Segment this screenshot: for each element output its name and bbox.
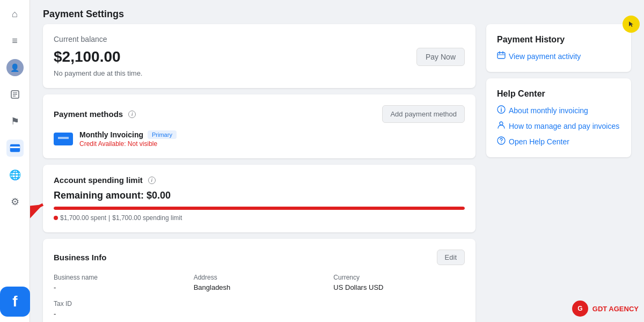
svg-rect-9 [497, 53, 505, 58]
help-center-title: Help Center [497, 89, 620, 99]
open-help-center-link[interactable]: Open Help Center [497, 136, 620, 147]
facebook-logo: f [0, 287, 30, 317]
progress-bar [54, 207, 465, 210]
balance-amount: $2,100.00 [54, 48, 121, 65]
primary-badge: Primary [148, 130, 177, 139]
method-name: Monthly Invoicing [79, 130, 143, 139]
pay-now-button[interactable]: Pay Now [416, 48, 465, 66]
currency-value: US Dollars USD [333, 283, 465, 291]
main-content: Payment Settings Current balance $2,100.… [30, 0, 644, 322]
svg-point-16 [500, 122, 503, 125]
currency-label: Currency [333, 274, 465, 281]
home-icon[interactable]: ⌂ [6, 5, 24, 23]
question-icon [497, 136, 506, 147]
about-monthly-invoicing-link[interactable]: About monthly invoicing [497, 105, 620, 115]
current-balance-card: Current balance $2,100.00 Pay Now No pay… [43, 24, 475, 88]
tax-field: Tax ID - [54, 300, 465, 318]
main-column: Current balance $2,100.00 Pay Now No pay… [43, 24, 475, 322]
payment-history-card: Payment History View payment activity [486, 24, 631, 72]
red-arrow-annotation [30, 188, 59, 226]
currency-field: Currency US Dollars USD [333, 274, 465, 291]
payment-icon[interactable] [6, 140, 24, 157]
address-field: Address Bangladesh [194, 274, 325, 291]
settings-icon[interactable]: ⚙ [6, 193, 24, 210]
gdt-agency-logo: G GDT AGENCY [572, 301, 639, 317]
svg-point-18 [501, 142, 502, 143]
globe-icon[interactable]: 🌐 [6, 166, 24, 184]
svg-rect-5 [10, 147, 20, 148]
cursor-indicator [623, 16, 640, 33]
address-value: Bangladesh [194, 283, 325, 291]
spending-limit-title: Account spending limit i [54, 175, 465, 185]
view-payment-activity-link[interactable]: View payment activity [497, 51, 620, 61]
payment-methods-card: Payment methods i Add payment method [43, 94, 475, 158]
spending-limit-card: Account spending limit i Remaining amoun… [43, 165, 475, 232]
business-name-value: - [54, 283, 185, 291]
payment-history-title: Payment History [497, 35, 620, 45]
balance-label: Current balance [54, 35, 465, 43]
flag-icon[interactable]: ⚑ [6, 113, 24, 130]
remaining-amount: Remaining amount: $0.00 [54, 190, 465, 201]
spending-limit-info-icon[interactable]: i [148, 177, 156, 184]
no-payment-text: No payment due at this time. [54, 69, 465, 77]
progress-bar-fill [54, 207, 465, 210]
business-name-field: Business name - [54, 274, 185, 291]
reports-icon[interactable] [6, 86, 24, 103]
business-info-title: Business Info [54, 253, 106, 262]
payment-method-row: Monthly Invoicing Primary Credit Availab… [54, 130, 465, 148]
help-center-card: Help Center About monthly invoicing [486, 78, 631, 157]
credit-value: Not visible [128, 140, 157, 148]
gdt-label: GDT AGENCY [592, 305, 639, 313]
business-fields: Business name - Address Bangladesh Curre… [54, 274, 465, 291]
payment-methods-info-icon[interactable]: i [128, 111, 136, 118]
payment-methods-title: Payment methods i [54, 109, 136, 119]
credit-info: Credit Available: Not visible [79, 140, 177, 148]
sidebar: ⌂ ≡ 👤 ⚑ 🌐 ⚙ [0, 0, 30, 322]
business-name-label: Business name [54, 274, 185, 281]
gdt-icon: G [572, 301, 588, 317]
history-icon [497, 51, 506, 61]
page-title: Payment Settings [30, 0, 644, 24]
person-icon [497, 121, 506, 131]
avatar-icon[interactable]: 👤 [6, 59, 24, 76]
monthly-invoicing-icon [54, 133, 73, 145]
svg-point-15 [501, 107, 502, 108]
tax-label: Tax ID [54, 300, 465, 308]
method-info: Monthly Invoicing Primary Credit Availab… [79, 130, 177, 148]
side-column: Payment History View payment activity [486, 24, 631, 322]
add-payment-method-button[interactable]: Add payment method [382, 105, 465, 123]
help-links: About monthly invoicing How to manage an… [497, 105, 620, 147]
spending-details: $1,700.00 spent | $1,700.00 spending lim… [54, 214, 465, 222]
menu-icon[interactable]: ≡ [6, 32, 24, 49]
edit-button[interactable]: Edit [437, 250, 465, 265]
manage-pay-invoices-link[interactable]: How to manage and pay invoices [497, 121, 620, 131]
info-circle-icon [497, 105, 506, 115]
address-label: Address [194, 274, 325, 281]
svg-rect-7 [58, 137, 69, 139]
tax-value: - [54, 310, 465, 318]
business-info-card: Business Info Edit Business name - Addre… [43, 239, 475, 322]
